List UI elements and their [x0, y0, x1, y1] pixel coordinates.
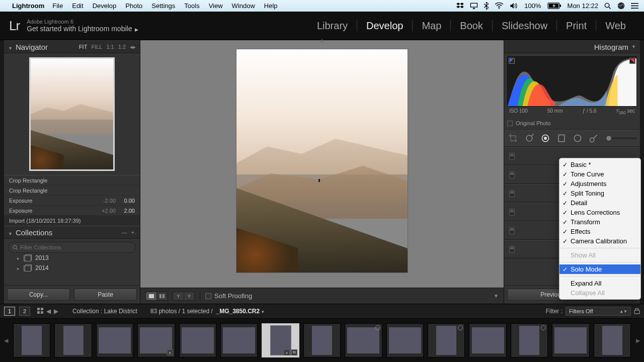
ctx-basic[interactable]: ✓Basic * [559, 160, 640, 169]
nav-mode-arrows-icon[interactable]: ◂▸ [130, 44, 136, 50]
filmstrip-right-arrow-icon[interactable]: ▶ [635, 337, 641, 344]
collections-plus-icon[interactable]: +. [131, 229, 136, 235]
before-after-y2-button[interactable]: Y [184, 292, 195, 301]
collection-label[interactable]: Collection : Lake District [72, 308, 137, 315]
filter-dropdown[interactable]: Filters Off▲▼ [566, 307, 631, 316]
ctx-expand-all[interactable]: Expand All [559, 279, 640, 288]
thumb[interactable] [469, 323, 506, 357]
thumb[interactable]: ± [137, 323, 175, 357]
thumb[interactable] [220, 323, 258, 357]
nav-mode-1to1[interactable]: 1:1 [106, 44, 114, 50]
airplay-icon[interactable] [470, 3, 478, 9]
mac-menu-view[interactable]: View [209, 2, 223, 10]
next-arrow-icon[interactable]: ▶ [54, 308, 58, 315]
thumb[interactable] [303, 323, 341, 357]
wifi-icon[interactable] [495, 3, 504, 9]
grid-icon[interactable] [37, 308, 43, 315]
dropbox-icon[interactable] [456, 3, 464, 9]
copy-button[interactable]: Copy... [7, 289, 70, 301]
module-library[interactable]: Library [308, 20, 357, 32]
grad-tool-icon[interactable] [555, 132, 568, 144]
left-edge-handle[interactable] [0, 40, 4, 304]
thumb[interactable] [179, 323, 216, 357]
mac-menu-tools[interactable]: Tools [184, 2, 199, 10]
top-panel-handle-icon[interactable]: ▲ [319, 37, 325, 43]
toolbar-collapse-icon[interactable]: ▼ [494, 293, 499, 299]
mac-menu-settings[interactable]: Settings [151, 2, 175, 10]
nav-mode-fit[interactable]: FIT [79, 44, 88, 50]
thumb[interactable] [386, 323, 424, 357]
compare-view-button[interactable] [156, 292, 168, 301]
collections-minus-icon[interactable]: — [122, 229, 127, 235]
thumb[interactable] [96, 323, 133, 357]
nav-mode-1to2[interactable]: 1:2 [118, 44, 126, 50]
module-slideshow[interactable]: Slideshow [493, 20, 556, 32]
ctx-effects[interactable]: ✓Effects [559, 227, 640, 236]
mac-menu-develop[interactable]: Develop [93, 2, 117, 10]
collections-search[interactable]: Filter Collections [8, 242, 136, 253]
mac-menu-help[interactable]: Help [264, 2, 278, 10]
histogram-header[interactable]: Histogram ▼ [504, 40, 640, 53]
brush-tool-icon[interactable] [588, 132, 600, 144]
history-row[interactable]: Exposure+2.002.00 [4, 206, 140, 216]
filter-lock-icon[interactable] [634, 307, 640, 316]
ctx-detail[interactable]: ✓Detail [559, 198, 640, 208]
histogram-graph[interactable] [507, 56, 637, 107]
prev-arrow-icon[interactable]: ◀ [46, 308, 51, 315]
thumb[interactable] [594, 323, 631, 357]
mac-app-name[interactable]: Lightroom [12, 2, 44, 10]
ctx-split-toning[interactable]: ✓Split Toning [559, 189, 640, 198]
bluetooth-icon[interactable] [484, 2, 489, 10]
mac-menu-edit[interactable]: Edit [72, 2, 83, 10]
ctx-transform[interactable]: ✓Transform [559, 217, 640, 227]
ctx-lens-corr[interactable]: ✓Lens Corrections [559, 208, 640, 217]
mac-menu-photo[interactable]: Photo [125, 2, 142, 10]
redeye-tool-icon[interactable] [539, 132, 551, 144]
module-web[interactable]: Web [596, 20, 635, 32]
ctx-solo-mode[interactable]: ✓Solo Mode [559, 264, 640, 274]
ctx-camera-cal[interactable]: ✓Camera Calibration [559, 236, 640, 246]
volume-icon[interactable] [510, 3, 518, 9]
nav-mode-fill[interactable]: FILL [91, 44, 102, 50]
secondary-display-2[interactable]: 2 [19, 307, 30, 316]
history-row[interactable]: Exposure-2.000.00 [4, 196, 140, 206]
history-row[interactable]: Import (18/10/2021 18:27:39) [4, 216, 140, 226]
navigator-preview[interactable] [4, 53, 140, 175]
thumb-selected[interactable]: ⧉± [262, 323, 299, 357]
notifications-icon[interactable] [631, 3, 639, 9]
filmstrip-left-arrow-icon[interactable]: ◀ [3, 337, 9, 344]
module-develop[interactable]: Develop [357, 20, 412, 32]
ctx-adjustments[interactable]: ✓Adjustments [559, 179, 640, 189]
module-print[interactable]: Print [557, 20, 596, 32]
center-canvas[interactable]: ▲ Y Y Soft Proofing ▼ [140, 40, 504, 304]
identity-plate[interactable]: Adobe Lightroom 6 Get started with Light… [27, 19, 138, 33]
thumb[interactable] [345, 323, 382, 357]
thumb[interactable] [54, 323, 92, 357]
radial-tool-icon[interactable] [572, 132, 584, 144]
thumb[interactable] [13, 323, 50, 357]
loupe-view-button[interactable] [145, 292, 156, 301]
collections-header[interactable]: Collections — +. [4, 226, 140, 239]
before-after-y-button[interactable]: Y [173, 292, 184, 301]
mask-slider[interactable] [606, 137, 637, 139]
mac-menu-window[interactable]: Window [232, 2, 255, 10]
history-row[interactable]: Crop Rectangle [4, 186, 140, 196]
module-map[interactable]: Map [413, 20, 450, 32]
thumb[interactable] [511, 323, 548, 357]
module-book[interactable]: Book [451, 20, 492, 32]
collection-item[interactable]: 2013 [8, 253, 136, 263]
secondary-display-1[interactable]: 1 [4, 307, 15, 316]
navigator-header[interactable]: Navigator FIT FILL 1:1 1:2 ◂▸ [4, 40, 140, 53]
history-row[interactable]: Crop Rectangle [4, 175, 140, 186]
siri-icon[interactable] [617, 2, 625, 10]
collection-item[interactable]: 2014 [8, 263, 136, 273]
thumb[interactable] [428, 323, 465, 357]
spotlight-icon[interactable] [604, 3, 611, 10]
spot-tool-icon[interactable] [523, 132, 535, 144]
highlight-clip-icon[interactable] [629, 58, 635, 64]
mac-menu-file[interactable]: File [52, 2, 63, 10]
filmstrip-thumbs[interactable]: ± ⧉± [13, 323, 631, 357]
battery-icon[interactable] [547, 3, 561, 9]
ctx-tone-curve[interactable]: ✓Tone Curve [559, 169, 640, 179]
crop-tool-icon[interactable] [507, 132, 519, 144]
